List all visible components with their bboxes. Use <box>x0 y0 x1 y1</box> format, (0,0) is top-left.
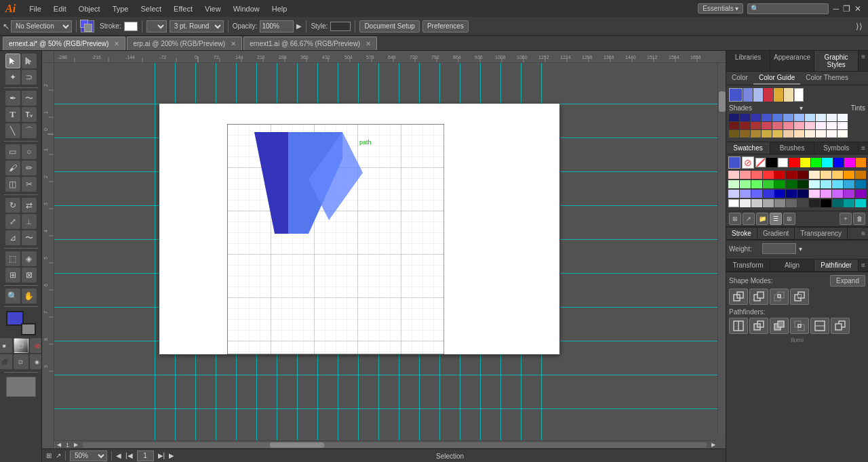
type-tool[interactable]: T <box>5 107 20 122</box>
sw-30[interactable] <box>786 190 797 198</box>
menu-window[interactable]: Window <box>228 3 265 14</box>
swatch-magenta[interactable] <box>844 158 854 167</box>
close-btn[interactable]: ✕ <box>854 4 861 14</box>
opacity-input[interactable] <box>260 20 294 33</box>
swatch-view-grid-btn[interactable]: ⊞ <box>783 213 795 225</box>
merge-btn[interactable] <box>770 318 789 334</box>
no-color-btn[interactable]: ⊘ <box>30 338 43 353</box>
pathfinder-options-btn[interactable]: ≡ <box>859 259 868 271</box>
scissors-tool[interactable]: ✂ <box>22 177 37 192</box>
blue-shape[interactable] <box>254 119 363 240</box>
shade-r2[interactable] <box>740 122 750 129</box>
shade-g3[interactable] <box>751 130 761 138</box>
artboard-settings-btn[interactable]: ⊞ <box>46 452 52 459</box>
puppet-tool[interactable]: ◈ <box>22 251 37 266</box>
rotate-tool[interactable]: ↻ <box>5 198 20 213</box>
gradient-btn[interactable]: □ <box>14 338 28 353</box>
shade-g6[interactable] <box>783 130 793 138</box>
minus-front-btn[interactable] <box>749 289 768 305</box>
color-swatch-5[interactable] <box>784 88 793 102</box>
sw-2[interactable] <box>740 171 751 179</box>
graphic-styles-tab[interactable]: Graphic Styles <box>814 51 859 71</box>
libraries-tab[interactable]: Libraries <box>726 51 770 71</box>
horizontal-scrollbar[interactable]: ◀ 1 ▶ ▶ <box>54 440 717 448</box>
direct-select-tool[interactable] <box>22 54 37 68</box>
sw-5[interactable] <box>774 171 785 179</box>
exclude-btn[interactable] <box>790 289 809 305</box>
appearance-tab[interactable]: Appearance <box>770 51 814 71</box>
pen-tool[interactable]: ✒ <box>5 91 20 106</box>
scroll-right-btn[interactable]: ▶ <box>709 442 717 448</box>
menu-effect[interactable]: Effect <box>168 3 198 14</box>
symbols-tab[interactable]: Symbols <box>814 142 859 154</box>
sw-4[interactable] <box>763 171 774 179</box>
color-swatch-2[interactable] <box>753 88 763 102</box>
sw-gray-2[interactable] <box>751 199 762 207</box>
color-swatch-1[interactable] <box>743 88 753 102</box>
shade-8[interactable] <box>805 114 815 121</box>
swatch-white[interactable] <box>778 158 788 167</box>
sw-gray-1[interactable] <box>740 199 751 207</box>
tab-2-close[interactable]: ✕ <box>366 40 371 47</box>
ellipse-tool[interactable]: ○ <box>22 144 37 159</box>
stroke-swatch[interactable] <box>124 22 138 31</box>
shade-g8[interactable] <box>805 130 815 138</box>
panel-toggle-icon[interactable]: ⟩⟩ <box>856 22 863 31</box>
zoom-tool[interactable]: 🔍 <box>5 289 20 303</box>
color-swatch-4[interactable] <box>774 88 783 102</box>
prev-page-btn[interactable]: ◀ <box>55 442 63 448</box>
document-setup-button[interactable]: Document Setup <box>359 20 420 33</box>
brushes-tab[interactable]: Brushes <box>770 142 814 154</box>
free-transform-tool[interactable]: ⬚ <box>5 251 20 266</box>
swatch-cyan[interactable] <box>822 158 832 167</box>
pencil-tool[interactable]: ✏ <box>22 161 37 175</box>
shade-g11[interactable] <box>837 130 848 138</box>
shade-g7[interactable] <box>794 130 804 138</box>
stroke-options-btn[interactable]: ≡ <box>859 228 868 239</box>
swatch-green[interactable] <box>811 158 821 167</box>
shade-g2[interactable] <box>740 130 750 138</box>
transparency-tab[interactable]: Transparency <box>795 228 848 239</box>
sw-gray-8[interactable] <box>821 199 831 207</box>
unite-btn[interactable] <box>729 289 748 305</box>
search-icon[interactable]: 🔍 <box>747 3 829 14</box>
cross-swatch[interactable]: ⊘ <box>742 156 754 169</box>
shade-r10[interactable] <box>827 122 837 129</box>
shade-r11[interactable] <box>837 122 848 129</box>
reflect-tool[interactable]: ⇄ <box>22 198 37 213</box>
tab-2[interactable]: ernext1.ai @ 66.67% (RGB/Preview) ✕ <box>243 37 377 50</box>
fill-swatch[interactable] <box>81 20 94 33</box>
swatch-options-btn[interactable]: ↗ <box>743 213 755 225</box>
line-tool[interactable]: ╲ <box>5 123 20 138</box>
shade-11[interactable] <box>837 114 848 121</box>
sw-35[interactable] <box>844 190 854 198</box>
shade-r8[interactable] <box>805 122 815 129</box>
sw-9[interactable] <box>821 171 831 179</box>
swatch-yellow[interactable] <box>800 158 810 167</box>
slice-tool[interactable]: ⊠ <box>22 268 37 282</box>
sw-27[interactable] <box>751 190 762 198</box>
swatch-view-list-btn[interactable]: ☰ <box>770 213 782 225</box>
sw-14[interactable] <box>740 180 751 188</box>
trim-btn[interactable] <box>749 318 768 334</box>
zoom-select[interactable]: 50% <box>70 450 107 461</box>
select-tool[interactable] <box>5 54 20 68</box>
menu-object[interactable]: Object <box>73 3 106 14</box>
menu-type[interactable]: Type <box>107 3 134 14</box>
shade-7[interactable] <box>794 114 804 121</box>
artboard-nav-btn[interactable]: ↗ <box>56 452 61 459</box>
paintbrush-tool[interactable]: 🖌 <box>5 161 20 175</box>
shade-r7[interactable] <box>794 122 804 129</box>
shade-r4[interactable] <box>762 122 772 129</box>
active-swatch[interactable] <box>728 156 741 169</box>
lasso-tool[interactable]: ⊃ <box>22 70 37 85</box>
minimize-btn[interactable]: ─ <box>833 4 839 14</box>
menu-view[interactable]: View <box>199 3 226 14</box>
prev-artboard-btn[interactable]: ◀ <box>116 452 121 459</box>
shade-r9[interactable] <box>816 122 826 129</box>
curvature-tool[interactable]: 〜 <box>22 91 37 106</box>
weight-arrow-down[interactable]: ▾ <box>799 245 802 253</box>
sw-1[interactable] <box>728 171 739 179</box>
shade-r6[interactable] <box>783 122 793 129</box>
screen-mode-btn[interactable]: ⬛ <box>0 354 12 369</box>
